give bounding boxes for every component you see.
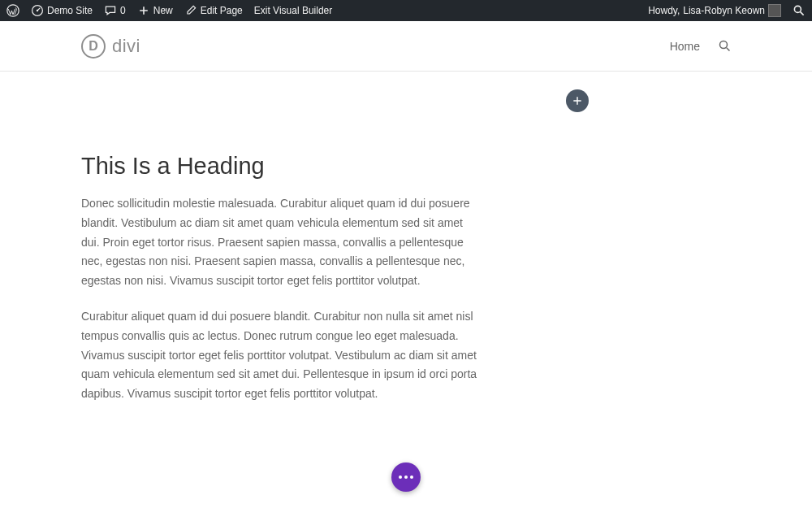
wp-logo-menu[interactable]: [6, 0, 19, 21]
wp-admin-bar: Demo Site 0 New Edit Page Exit Visual Bu…: [0, 0, 812, 21]
pencil-icon: [184, 4, 197, 17]
svg-point-4: [719, 41, 727, 49]
user-name: Lisa-Robyn Keown: [683, 5, 765, 16]
heading: This Is a Heading: [81, 153, 479, 180]
adminbar-search[interactable]: [793, 0, 806, 21]
comments-count: 0: [120, 5, 126, 16]
site-name-text: Demo Site: [47, 5, 93, 16]
logo-text: divi: [112, 36, 140, 57]
new-label: New: [153, 5, 173, 16]
nav-home[interactable]: Home: [670, 40, 700, 53]
site-header: D divi Home: [0, 21, 812, 72]
plus-icon: [572, 95, 583, 106]
edit-page-link[interactable]: Edit Page: [184, 0, 243, 21]
comments-link[interactable]: 0: [104, 0, 126, 21]
svg-point-3: [794, 6, 801, 12]
avatar: [768, 4, 781, 17]
dashboard-icon: [31, 4, 44, 17]
main-content: This Is a Heading Donec sollicitudin mol…: [0, 72, 812, 404]
edit-page-label: Edit Page: [201, 5, 243, 16]
paragraph-2: Curabitur aliquet quam id dui posuere bl…: [81, 307, 479, 404]
site-logo[interactable]: D divi: [81, 34, 140, 59]
svg-point-2: [37, 10, 38, 11]
header-search-button[interactable]: [718, 40, 731, 53]
comment-icon: [104, 4, 117, 17]
paragraph-1: Donec sollicitudin molestie malesuada. C…: [81, 194, 479, 291]
exit-vb-label: Exit Visual Builder: [254, 5, 333, 16]
text-module[interactable]: This Is a Heading Donec sollicitudin mol…: [81, 153, 479, 404]
add-module-button[interactable]: [566, 89, 589, 112]
exit-visual-builder-link[interactable]: Exit Visual Builder: [254, 0, 333, 21]
search-icon: [719, 40, 731, 52]
site-name-link[interactable]: Demo Site: [31, 0, 93, 21]
search-icon: [793, 4, 806, 17]
more-icon: [399, 475, 413, 479]
howdy-prefix: Howdy,: [648, 5, 680, 16]
logo-mark: D: [81, 34, 106, 59]
new-content-link[interactable]: New: [137, 0, 173, 21]
builder-settings-fab[interactable]: [391, 462, 421, 492]
logo-letter: D: [89, 39, 98, 54]
wordpress-icon: [6, 4, 19, 17]
my-account-link[interactable]: Howdy, Lisa-Robyn Keown: [648, 0, 781, 21]
plus-icon: [137, 4, 150, 17]
